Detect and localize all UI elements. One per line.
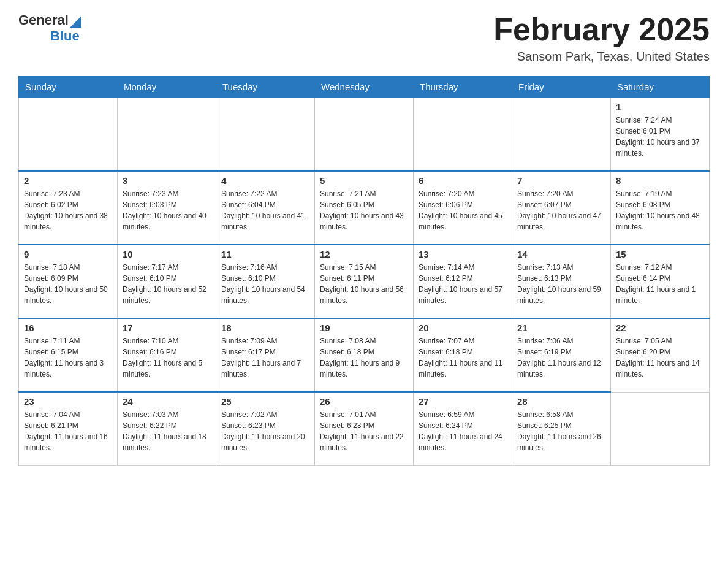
calendar-cell: [611, 392, 710, 465]
calendar-cell: 28Sunrise: 6:58 AMSunset: 6:25 PMDayligh…: [512, 392, 611, 465]
day-info: Sunrise: 7:12 AMSunset: 6:14 PMDaylight:…: [616, 262, 704, 306]
calendar-cell: 27Sunrise: 6:59 AMSunset: 6:24 PMDayligh…: [414, 392, 512, 465]
logo-blue-text: Blue: [50, 28, 80, 44]
logo: General Blue: [18, 12, 83, 44]
calendar-cell: 23Sunrise: 7:04 AMSunset: 6:21 PMDayligh…: [19, 392, 118, 465]
day-number: 10: [123, 249, 211, 259]
logo-general-text: General: [18, 12, 69, 28]
day-number: 7: [517, 175, 605, 186]
day-info: Sunrise: 7:15 AMSunset: 6:11 PMDaylight:…: [320, 262, 408, 306]
day-info: Sunrise: 7:18 AMSunset: 6:09 PMDaylight:…: [24, 262, 112, 306]
calendar-cell: [414, 98, 512, 171]
weekday-header-saturday: Saturday: [611, 77, 710, 98]
day-number: 12: [320, 249, 408, 259]
calendar-cell: [315, 98, 414, 171]
day-info: Sunrise: 7:13 AMSunset: 6:13 PMDaylight:…: [517, 262, 605, 306]
day-number: 2: [24, 175, 112, 186]
title-block: February 2025 Sansom Park, Texas, United…: [493, 12, 710, 64]
page-header: General Blue February 2025 Sansom Park, …: [18, 12, 710, 64]
calendar-cell: 12Sunrise: 7:15 AMSunset: 6:11 PMDayligh…: [315, 245, 414, 318]
calendar-cell: [19, 98, 118, 171]
day-number: 5: [320, 175, 408, 186]
calendar-cell: 11Sunrise: 7:16 AMSunset: 6:10 PMDayligh…: [216, 245, 315, 318]
calendar-cell: 7Sunrise: 7:20 AMSunset: 6:07 PMDaylight…: [512, 171, 611, 245]
day-number: 16: [24, 323, 112, 333]
weekday-header-tuesday: Tuesday: [216, 77, 315, 98]
day-info: Sunrise: 7:06 AMSunset: 6:19 PMDaylight:…: [517, 335, 605, 380]
calendar-cell: 4Sunrise: 7:22 AMSunset: 6:04 PMDaylight…: [216, 171, 315, 245]
calendar-week-5: 23Sunrise: 7:04 AMSunset: 6:21 PMDayligh…: [19, 392, 710, 465]
calendar-cell: 21Sunrise: 7:06 AMSunset: 6:19 PMDayligh…: [512, 318, 611, 392]
day-number: 24: [123, 396, 211, 407]
calendar-cell: 3Sunrise: 7:23 AMSunset: 6:03 PMDaylight…: [118, 171, 216, 245]
calendar-cell: 2Sunrise: 7:23 AMSunset: 6:02 PMDaylight…: [19, 171, 118, 245]
calendar-table: SundayMondayTuesdayWednesdayThursdayFrid…: [18, 76, 710, 466]
calendar-cell: 1Sunrise: 7:24 AMSunset: 6:01 PMDaylight…: [611, 98, 710, 171]
day-number: 26: [320, 396, 408, 407]
calendar-cell: 5Sunrise: 7:21 AMSunset: 6:05 PMDaylight…: [315, 171, 414, 245]
calendar-cell: 26Sunrise: 7:01 AMSunset: 6:23 PMDayligh…: [315, 392, 414, 465]
calendar-cell: 16Sunrise: 7:11 AMSunset: 6:15 PMDayligh…: [19, 318, 118, 392]
day-info: Sunrise: 7:09 AMSunset: 6:17 PMDaylight:…: [221, 335, 309, 380]
day-info: Sunrise: 7:19 AMSunset: 6:08 PMDaylight:…: [616, 188, 704, 232]
month-title: February 2025: [493, 12, 710, 47]
day-info: Sunrise: 7:17 AMSunset: 6:10 PMDaylight:…: [123, 262, 211, 306]
calendar-cell: 9Sunrise: 7:18 AMSunset: 6:09 PMDaylight…: [19, 245, 118, 318]
calendar-cell: 8Sunrise: 7:19 AMSunset: 6:08 PMDaylight…: [611, 171, 710, 245]
day-info: Sunrise: 7:07 AMSunset: 6:18 PMDaylight:…: [419, 335, 507, 380]
day-number: 23: [24, 396, 112, 407]
day-info: Sunrise: 7:20 AMSunset: 6:06 PMDaylight:…: [419, 188, 507, 232]
calendar-cell: 20Sunrise: 7:07 AMSunset: 6:18 PMDayligh…: [414, 318, 512, 392]
weekday-header-wednesday: Wednesday: [315, 77, 414, 98]
day-info: Sunrise: 7:23 AMSunset: 6:02 PMDaylight:…: [24, 188, 112, 232]
calendar-week-4: 16Sunrise: 7:11 AMSunset: 6:15 PMDayligh…: [19, 318, 710, 392]
svg-marker-0: [70, 17, 81, 28]
day-number: 21: [517, 323, 605, 333]
calendar-week-3: 9Sunrise: 7:18 AMSunset: 6:09 PMDaylight…: [19, 245, 710, 318]
calendar-cell: [216, 98, 315, 171]
calendar-cell: [512, 98, 611, 171]
day-number: 4: [221, 175, 309, 186]
day-number: 19: [320, 323, 408, 333]
day-info: Sunrise: 6:59 AMSunset: 6:24 PMDaylight:…: [419, 409, 507, 453]
day-info: Sunrise: 7:04 AMSunset: 6:21 PMDaylight:…: [24, 409, 112, 453]
weekday-header-monday: Monday: [118, 77, 216, 98]
day-number: 9: [24, 249, 112, 259]
day-number: 1: [616, 102, 704, 112]
day-number: 18: [221, 323, 309, 333]
weekday-header-friday: Friday: [512, 77, 611, 98]
day-number: 25: [221, 396, 309, 407]
calendar-cell: 24Sunrise: 7:03 AMSunset: 6:22 PMDayligh…: [118, 392, 216, 465]
day-number: 3: [123, 175, 211, 186]
calendar-cell: 13Sunrise: 7:14 AMSunset: 6:12 PMDayligh…: [414, 245, 512, 318]
calendar-cell: 14Sunrise: 7:13 AMSunset: 6:13 PMDayligh…: [512, 245, 611, 318]
calendar-cell: [118, 98, 216, 171]
day-number: 28: [517, 396, 605, 407]
day-info: Sunrise: 7:11 AMSunset: 6:15 PMDaylight:…: [24, 335, 112, 380]
calendar-week-2: 2Sunrise: 7:23 AMSunset: 6:02 PMDaylight…: [19, 171, 710, 245]
calendar-cell: 6Sunrise: 7:20 AMSunset: 6:06 PMDaylight…: [414, 171, 512, 245]
day-info: Sunrise: 7:22 AMSunset: 6:04 PMDaylight:…: [221, 188, 309, 232]
day-number: 8: [616, 175, 704, 186]
calendar-cell: 18Sunrise: 7:09 AMSunset: 6:17 PMDayligh…: [216, 318, 315, 392]
calendar-cell: 17Sunrise: 7:10 AMSunset: 6:16 PMDayligh…: [118, 318, 216, 392]
day-info: Sunrise: 7:10 AMSunset: 6:16 PMDaylight:…: [123, 335, 211, 380]
day-number: 6: [419, 175, 507, 186]
weekday-header-thursday: Thursday: [414, 77, 512, 98]
day-number: 27: [419, 396, 507, 407]
day-number: 22: [616, 323, 704, 333]
day-info: Sunrise: 7:03 AMSunset: 6:22 PMDaylight:…: [123, 409, 211, 453]
day-info: Sunrise: 7:16 AMSunset: 6:10 PMDaylight:…: [221, 262, 309, 306]
day-number: 17: [123, 323, 211, 333]
day-number: 15: [616, 249, 704, 259]
calendar-week-1: 1Sunrise: 7:24 AMSunset: 6:01 PMDaylight…: [19, 98, 710, 171]
day-info: Sunrise: 7:08 AMSunset: 6:18 PMDaylight:…: [320, 335, 408, 380]
location-title: Sansom Park, Texas, United States: [493, 50, 710, 64]
day-number: 20: [419, 323, 507, 333]
calendar-cell: 15Sunrise: 7:12 AMSunset: 6:14 PMDayligh…: [611, 245, 710, 318]
calendar-cell: 22Sunrise: 7:05 AMSunset: 6:20 PMDayligh…: [611, 318, 710, 392]
day-number: 14: [517, 249, 605, 259]
day-info: Sunrise: 7:02 AMSunset: 6:23 PMDaylight:…: [221, 409, 309, 453]
calendar-cell: 10Sunrise: 7:17 AMSunset: 6:10 PMDayligh…: [118, 245, 216, 318]
day-info: Sunrise: 7:23 AMSunset: 6:03 PMDaylight:…: [123, 188, 211, 232]
